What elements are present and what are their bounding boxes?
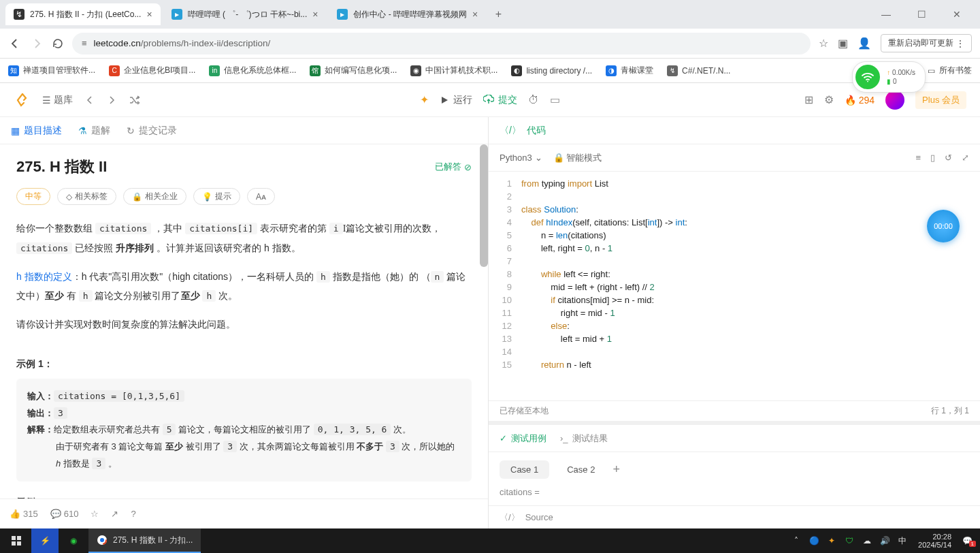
sparkle-icon[interactable]: ✦ bbox=[420, 93, 429, 106]
bookmark-item[interactable]: ◉中国计算机技术职... bbox=[410, 65, 497, 76]
taskbar-app[interactable]: ⚡ bbox=[31, 528, 59, 553]
taskbar-clock[interactable]: 20:28 2024/5/14 bbox=[914, 533, 956, 549]
timer-badge[interactable]: 00:00 bbox=[927, 210, 960, 242]
fullscreen-icon[interactable]: ⤢ bbox=[962, 153, 969, 163]
next-problem-button[interactable] bbox=[107, 95, 116, 105]
bookmark-item[interactable]: 馆如何编写信息化项... bbox=[310, 65, 397, 76]
h-index-link[interactable]: h 指数的定义 bbox=[16, 271, 72, 282]
example-heading: 示例 1： bbox=[16, 354, 472, 373]
profile-icon[interactable]: 👤 bbox=[858, 37, 871, 50]
forward-button[interactable] bbox=[30, 37, 44, 50]
help-button[interactable]: ? bbox=[131, 509, 135, 519]
tab-testcases[interactable]: ✓测试用例 bbox=[500, 432, 546, 445]
taskbar-app[interactable]: ◉ bbox=[60, 528, 87, 553]
timer-icon[interactable]: ⏱ bbox=[528, 94, 539, 106]
url-text: leetcode.cn/problems/h-index-ii/descript… bbox=[94, 38, 801, 48]
tab-bilibili-icon: ▸ bbox=[172, 9, 182, 20]
language-selector[interactable]: Python3 ⌄ bbox=[500, 153, 542, 163]
tab-solution[interactable]: ⚗题解 bbox=[78, 125, 110, 137]
bookmark-item[interactable]: ◐listing directory /... bbox=[511, 65, 592, 76]
browser-tab[interactable]: ▸ 哔哩哔哩 ( ゜- ゜)つロ 干杯~-bi... × bbox=[163, 3, 327, 25]
all-bookmarks[interactable]: ▭所有书签 bbox=[928, 65, 972, 76]
bookmark-icon[interactable]: ▯ bbox=[930, 153, 935, 163]
minimize-button[interactable]: — bbox=[875, 9, 897, 20]
bookmark-item[interactable]: C企业信息化BI项目... bbox=[109, 65, 195, 76]
ime-icon[interactable]: 中 bbox=[896, 535, 909, 547]
notes-icon[interactable]: ▭ bbox=[550, 93, 560, 106]
tag-icon: ◇ bbox=[66, 192, 72, 202]
url-bar-row: ≡ leetcode.cn/problems/h-index-ii/descri… bbox=[0, 29, 980, 59]
maximize-button[interactable]: ☐ bbox=[911, 9, 932, 20]
example-heading: 示例 2： bbox=[16, 492, 472, 499]
url-input[interactable]: ≡ leetcode.cn/problems/h-index-ii/descri… bbox=[72, 33, 811, 54]
taskbar-app-active[interactable]: 275. H 指数 II - 力扣... bbox=[88, 528, 201, 553]
related-topics-tag[interactable]: ◇相关标签 bbox=[57, 188, 116, 205]
run-button[interactable]: 运行 bbox=[440, 94, 472, 106]
hint-tag[interactable]: 💡提示 bbox=[193, 188, 240, 205]
comment-button[interactable]: 💬610 bbox=[50, 509, 79, 519]
browser-tab-active[interactable]: ↯ 275. H 指数 II - 力扣 (LeetCo... × bbox=[5, 3, 161, 25]
avatar[interactable] bbox=[885, 91, 904, 110]
code-text[interactable]: from typing import List class Solution: … bbox=[517, 172, 687, 400]
share-button[interactable]: ↗ bbox=[111, 509, 118, 519]
smart-mode[interactable]: 🔒 智能模式 bbox=[553, 152, 602, 164]
submit-button[interactable]: 提交 bbox=[483, 94, 517, 106]
like-button[interactable]: 👍315 bbox=[10, 509, 38, 519]
close-icon[interactable]: × bbox=[312, 9, 318, 20]
problem-list-button[interactable]: ☰题库 bbox=[42, 94, 73, 106]
reset-icon[interactable]: ↺ bbox=[945, 153, 952, 163]
start-button[interactable] bbox=[3, 528, 30, 553]
bookmark-item[interactable]: ↯C#/.NET/.N... bbox=[667, 65, 730, 76]
network-widget[interactable]: ↑ 0.00K/s ▮ 0 bbox=[852, 61, 926, 93]
close-icon[interactable]: × bbox=[146, 9, 152, 20]
restart-to-update[interactable]: 重新启动即可更新 ⋮ bbox=[881, 34, 972, 52]
network-stats: ↑ 0.00K/s ▮ 0 bbox=[887, 68, 915, 86]
problem-footer: 👍315 💬610 ☆ ↗ ? bbox=[0, 499, 488, 528]
tray-icon[interactable]: 🔵 bbox=[808, 536, 820, 546]
streak-counter[interactable]: 🔥294 bbox=[845, 95, 875, 106]
tray-icon[interactable]: ✦ bbox=[826, 536, 838, 546]
notifications-icon[interactable]: 💬1 bbox=[961, 536, 973, 546]
site-settings-icon[interactable]: ≡ bbox=[82, 38, 87, 48]
code-panel: 〈/〉代码 Python3 ⌄ 🔒 智能模式 ≡ ▯ ↺ ⤢ 123456789… bbox=[489, 117, 980, 528]
new-tab-button[interactable]: + bbox=[489, 5, 508, 24]
tab-submissions[interactable]: ↻提交记录 bbox=[127, 125, 177, 137]
source-row[interactable]: 〈/〉Source bbox=[489, 505, 980, 528]
volume-icon[interactable]: 🔊 bbox=[879, 536, 891, 546]
svg-rect-0 bbox=[12, 536, 16, 540]
add-case-button[interactable]: + bbox=[612, 462, 620, 477]
close-icon[interactable]: × bbox=[472, 9, 478, 20]
tray-icon[interactable]: 🛡 bbox=[843, 536, 855, 546]
reload-button[interactable] bbox=[52, 37, 64, 50]
code-icon: 〈/〉 bbox=[500, 125, 521, 137]
layout-icon[interactable]: ⊞ bbox=[804, 93, 813, 106]
settings-icon[interactable]: ⚙ bbox=[824, 93, 834, 106]
bookmark-item[interactable]: in信息化系统总体框... bbox=[209, 65, 296, 76]
bookmark-item[interactable]: ◑青椒课堂 bbox=[606, 65, 653, 76]
back-button[interactable] bbox=[8, 37, 22, 50]
tray-icon[interactable]: ˄ bbox=[790, 536, 802, 546]
tab-title: 275. H 指数 II - 力扣 (LeetCo... bbox=[30, 9, 141, 20]
format-icon[interactable]: ≡ bbox=[915, 153, 921, 163]
tab-description[interactable]: ▦题目描述 bbox=[11, 125, 62, 137]
leetcode-logo-icon[interactable] bbox=[14, 92, 30, 108]
case-pill[interactable]: Case 2 bbox=[556, 460, 606, 479]
font-size-button[interactable]: Aᴀ bbox=[247, 188, 275, 205]
favorite-button[interactable]: ☆ bbox=[91, 509, 99, 519]
reading-list-icon[interactable]: ▣ bbox=[838, 37, 848, 50]
plus-badge[interactable]: Plus 会员 bbox=[915, 91, 966, 109]
cloud-icon[interactable]: ☁ bbox=[861, 536, 873, 546]
difficulty-tag[interactable]: 中等 bbox=[16, 188, 50, 205]
bookmark-item[interactable]: 知禅道项目管理软件... bbox=[8, 65, 95, 76]
star-icon[interactable]: ☆ bbox=[819, 37, 828, 50]
browser-tab[interactable]: ▸ 创作中心 - 哔哩哔哩弹幕视频网 × bbox=[329, 3, 486, 25]
code-editor[interactable]: 123456789101112131415 from typing import… bbox=[489, 172, 980, 400]
lock-icon: 🔒 bbox=[553, 153, 564, 163]
prev-problem-button[interactable] bbox=[85, 95, 95, 105]
case-pill[interactable]: Case 1 bbox=[500, 460, 549, 479]
close-button[interactable]: ✕ bbox=[946, 9, 968, 20]
shuffle-button[interactable] bbox=[129, 95, 140, 106]
tab-results[interactable]: ›_测试结果 bbox=[560, 432, 608, 445]
companies-tag[interactable]: 🔒相关企业 bbox=[123, 188, 186, 205]
svg-rect-3 bbox=[17, 541, 21, 546]
